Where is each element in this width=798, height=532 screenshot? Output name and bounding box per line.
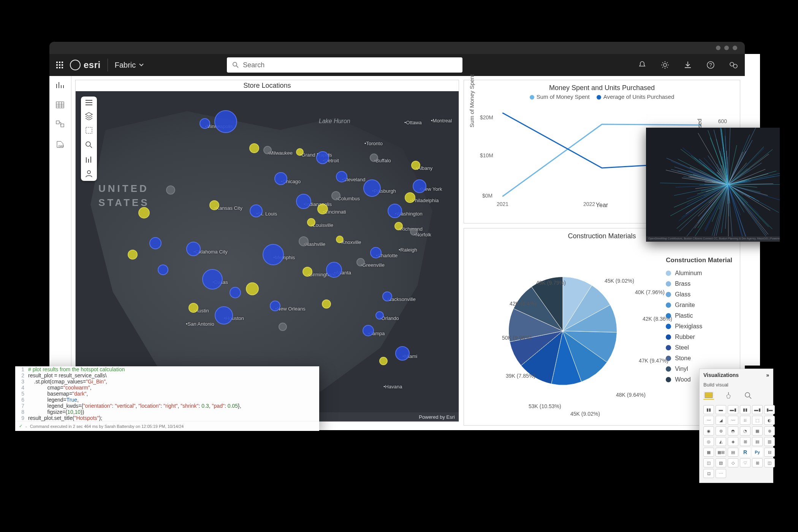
- viz-type-icon[interactable]: ◎: [703, 437, 714, 446]
- map-bubble[interactable]: [214, 110, 237, 133]
- map-bubble[interactable]: [230, 287, 241, 298]
- viz-type-icon[interactable]: Py: [752, 448, 763, 457]
- map-bubble[interactable]: [215, 306, 233, 325]
- viz-type-icon[interactable]: ⊟: [764, 448, 775, 457]
- viz-type-icon[interactable]: ⊕: [764, 426, 775, 435]
- viz-type-icon[interactable]: ▤: [728, 448, 738, 457]
- map-bubble[interactable]: [370, 154, 378, 162]
- map-bubble[interactable]: [128, 250, 138, 260]
- map-bubble[interactable]: [394, 222, 403, 230]
- viz-type-icon[interactable]: ⊞: [752, 458, 763, 467]
- code-line[interactable]: 5 basemap="dark",: [15, 391, 319, 397]
- viz-type-icon[interactable]: ◫: [764, 458, 775, 467]
- legend-item[interactable]: Rubber: [666, 332, 732, 342]
- code-line[interactable]: 6 legend=True,: [15, 397, 319, 403]
- viz-type-icon[interactable]: ♡: [740, 458, 750, 467]
- map-bubble[interactable]: [322, 299, 331, 309]
- powered-by[interactable]: Powered by Esri: [419, 414, 455, 420]
- analytics-tab-icon[interactable]: [743, 391, 754, 400]
- viz-type-icon[interactable]: ▬: [716, 405, 726, 414]
- map-bubble[interactable]: [388, 204, 402, 218]
- model-view-icon[interactable]: [55, 120, 65, 130]
- viz-type-icon[interactable]: ◢: [716, 416, 726, 425]
- viz-type-icon[interactable]: ◓: [728, 426, 738, 435]
- map-bubble[interactable]: [317, 204, 328, 214]
- viz-type-icon[interactable]: 〰: [728, 416, 738, 425]
- user-icon[interactable]: [85, 169, 93, 178]
- map-bubble[interactable]: [249, 143, 259, 153]
- pie-chart-visual[interactable]: Construction Materials 45K (9.02%)40K (7…: [464, 228, 740, 426]
- map-bubble[interactable]: [316, 151, 329, 164]
- viz-type-icon[interactable]: ⊚: [716, 426, 726, 435]
- viz-type-icon[interactable]: ▧: [716, 458, 726, 467]
- code-line[interactable]: 1# plot results from the hotspot calcula…: [15, 366, 319, 372]
- menu-icon[interactable]: [85, 100, 93, 106]
- collapse-icon[interactable]: »: [766, 372, 769, 378]
- viz-type-icon[interactable]: ▮▬: [764, 405, 775, 414]
- viz-type-icon[interactable]: ▬▮: [752, 405, 763, 414]
- map-bubble[interactable]: [200, 118, 210, 129]
- account-icon[interactable]: [729, 60, 738, 70]
- viz-type-icon[interactable]: ◔: [740, 426, 750, 435]
- map-bubble[interactable]: [246, 282, 259, 295]
- legend-item[interactable]: Glass: [666, 289, 732, 300]
- legend-item[interactable]: Aluminum: [666, 268, 732, 279]
- map-bubble[interactable]: [202, 269, 223, 290]
- code-line[interactable]: 7 legend_kwds={"orientation": "vertical"…: [15, 403, 319, 409]
- viz-type-icon[interactable]: ⊡: [703, 469, 714, 478]
- dax-view-icon[interactable]: DAX: [55, 140, 65, 150]
- chart-view-icon[interactable]: [55, 81, 65, 90]
- viz-type-icon[interactable]: R: [740, 448, 750, 457]
- map-bubble[interactable]: [336, 171, 347, 182]
- map-bubble[interactable]: [138, 207, 150, 218]
- viz-type-icon[interactable]: ◫: [703, 458, 714, 467]
- viz-type-icon[interactable]: ◉: [703, 426, 714, 435]
- viz-type-icon[interactable]: ▮▮: [703, 405, 714, 414]
- viz-type-icon[interactable]: ◭: [716, 437, 726, 446]
- map-bubble[interactable]: [411, 161, 420, 170]
- download-icon[interactable]: [683, 60, 692, 70]
- workspace-dropdown[interactable]: Fabric: [115, 61, 144, 70]
- map-bubble[interactable]: [188, 303, 198, 313]
- legend-item[interactable]: Granite: [666, 300, 732, 310]
- legend-item[interactable]: Stone: [666, 353, 732, 364]
- bell-icon[interactable]: [638, 60, 647, 70]
- legend-item[interactable]: Plastic: [666, 310, 732, 321]
- window-close-icon[interactable]: [733, 46, 737, 50]
- map-bubble[interactable]: [395, 346, 410, 361]
- search-map-icon[interactable]: [85, 141, 93, 149]
- viz-type-icon[interactable]: ▥: [764, 437, 775, 446]
- map-bubble[interactable]: [296, 194, 311, 209]
- viz-type-icon[interactable]: ◈: [728, 437, 738, 446]
- map-bubble[interactable]: [274, 172, 287, 185]
- select-icon[interactable]: [85, 126, 93, 135]
- code-line[interactable]: 3 .st.plot(cmap_values="Gi_Bin",: [15, 378, 319, 385]
- map-bubble[interactable]: [186, 242, 201, 256]
- layers-icon[interactable]: [85, 112, 93, 120]
- code-line[interactable]: 9result_plot.set_title("Hotspots");: [15, 415, 319, 421]
- map-bubble[interactable]: [158, 264, 168, 275]
- viz-type-icon[interactable]: ▦: [703, 448, 714, 457]
- viz-type-icon[interactable]: ▦: [752, 426, 763, 435]
- notebook-cell-overlay[interactable]: 1# plot results from the hotspot calcula…: [15, 366, 319, 431]
- map-bubble[interactable]: [370, 247, 382, 258]
- viz-type-icon[interactable]: ⋯: [716, 469, 726, 478]
- map-bubble[interactable]: [166, 185, 175, 195]
- map-bubble[interactable]: [382, 291, 392, 301]
- map-bubble[interactable]: [331, 191, 340, 200]
- map-bubble[interactable]: [279, 323, 287, 331]
- map-bubble[interactable]: [263, 244, 284, 265]
- window-max-icon[interactable]: [724, 46, 729, 50]
- map-bubble[interactable]: [356, 258, 365, 266]
- viz-type-icon[interactable]: ⬚: [752, 416, 763, 425]
- map-bubble[interactable]: [405, 192, 415, 203]
- legend-item[interactable]: Steel: [666, 342, 732, 353]
- map-bubble[interactable]: [299, 236, 309, 246]
- legend-item[interactable]: Plexiglass: [666, 321, 732, 332]
- measure-icon[interactable]: [85, 155, 93, 163]
- format-tab-icon[interactable]: [723, 391, 734, 400]
- map-bubble[interactable]: [375, 311, 384, 320]
- map-bubble[interactable]: [250, 204, 263, 217]
- gear-icon[interactable]: [660, 60, 670, 70]
- viz-type-icon[interactable]: ▬▮: [728, 405, 738, 414]
